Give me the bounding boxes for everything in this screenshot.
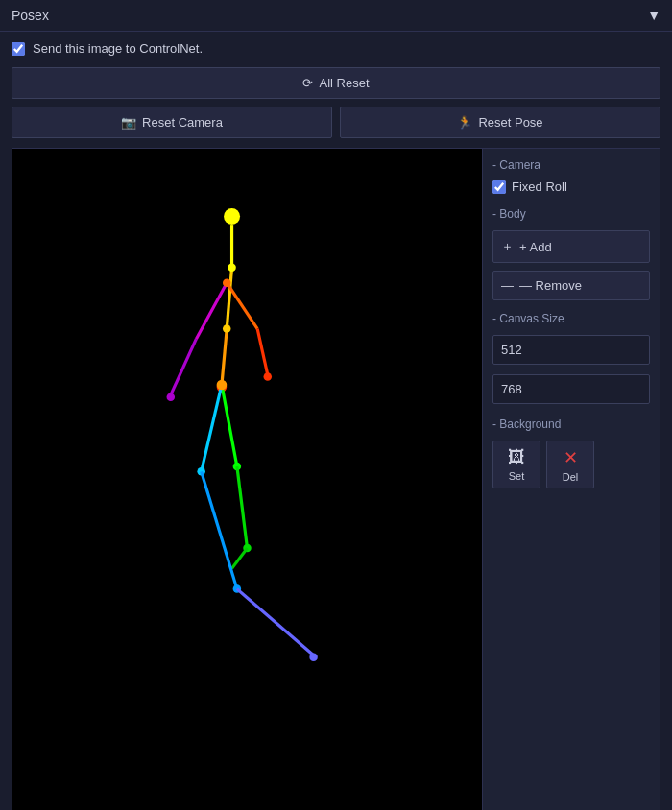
send-to-controlnet-row: Send this image to ControlNet. <box>12 41 660 56</box>
remove-body-button[interactable]: — — Remove <box>492 271 650 300</box>
del-background-button[interactable]: ✕ Del <box>546 441 594 488</box>
svg-line-8 <box>171 339 197 394</box>
background-section-label: - Background <box>492 417 650 431</box>
svg-line-5 <box>257 329 268 375</box>
svg-line-16 <box>202 385 222 471</box>
app-title: Posex <box>12 8 49 23</box>
svg-line-2 <box>227 268 231 329</box>
remove-icon: — <box>501 278 514 293</box>
svg-point-25 <box>223 278 231 287</box>
del-bg-label: Del <box>563 471 579 483</box>
pose-canvas[interactable] <box>12 149 482 810</box>
fixed-roll-row: Fixed Roll <box>492 179 650 194</box>
remove-label: — Remove <box>519 278 582 293</box>
main-content: Send this image to ControlNet. ⟳ All Res… <box>0 32 672 810</box>
svg-line-18 <box>202 471 237 588</box>
add-icon: ＋ <box>501 238 514 255</box>
all-reset-button[interactable]: ⟳ All Reset <box>12 67 660 99</box>
send-to-controlnet-checkbox[interactable] <box>12 42 25 56</box>
reset-camera-button[interactable]: 📷 Reset Camera <box>12 107 332 138</box>
svg-point-9 <box>167 393 176 401</box>
reset-pose-label: Reset Pose <box>478 115 542 130</box>
svg-point-21 <box>309 654 318 662</box>
app-header: Posex ▼ <box>0 0 672 32</box>
svg-line-4 <box>227 283 257 329</box>
svg-point-0 <box>224 208 240 225</box>
svg-line-11 <box>222 385 237 466</box>
background-buttons: 🖼 Set ✕ Del <box>492 441 650 488</box>
all-reset-label: All Reset <box>319 76 369 90</box>
svg-point-23 <box>223 324 231 333</box>
svg-line-7 <box>196 283 227 339</box>
svg-line-13 <box>237 466 248 548</box>
main-area: - Camera Fixed Roll - Body ＋ + Add — — R… <box>12 148 660 810</box>
svg-point-6 <box>264 372 273 381</box>
camera-section-label: - Camera <box>492 158 650 172</box>
reset-camera-label: Reset Camera <box>142 115 223 130</box>
side-panel: - Camera Fixed Roll - Body ＋ + Add — — R… <box>482 149 660 810</box>
add-label: + Add <box>519 240 552 254</box>
del-bg-icon: ✕ <box>564 447 578 468</box>
fixed-roll-label: Fixed Roll <box>512 179 567 194</box>
set-background-button[interactable]: 🖼 Set <box>492 441 540 488</box>
fixed-roll-checkbox[interactable] <box>492 180 506 194</box>
set-bg-label: Set <box>509 470 525 482</box>
svg-point-22 <box>228 263 236 272</box>
reset-camera-icon: 📷 <box>121 115 136 130</box>
all-reset-icon: ⟳ <box>302 76 313 90</box>
canvas-size-section-label: - Canvas Size <box>492 312 650 325</box>
add-body-button[interactable]: ＋ + Add <box>492 230 650 263</box>
body-section-label: - Body <box>492 207 650 221</box>
svg-point-24 <box>217 380 228 391</box>
canvas-width-input[interactable] <box>492 335 650 365</box>
set-bg-icon: 🖼 <box>508 447 525 467</box>
canvas-height-input[interactable] <box>492 374 650 404</box>
reset-buttons-row: 📷 Reset Camera 🏃 Reset Pose <box>12 107 660 138</box>
reset-pose-button[interactable]: 🏃 Reset Pose <box>340 107 660 138</box>
svg-line-15 <box>232 548 248 568</box>
pose-svg <box>12 149 482 810</box>
reset-pose-icon: 🏃 <box>457 115 472 130</box>
chevron-down-icon[interactable]: ▼ <box>647 8 660 23</box>
send-to-controlnet-label: Send this image to ControlNet. <box>33 41 203 56</box>
svg-line-3 <box>222 329 227 385</box>
svg-line-20 <box>237 589 314 655</box>
